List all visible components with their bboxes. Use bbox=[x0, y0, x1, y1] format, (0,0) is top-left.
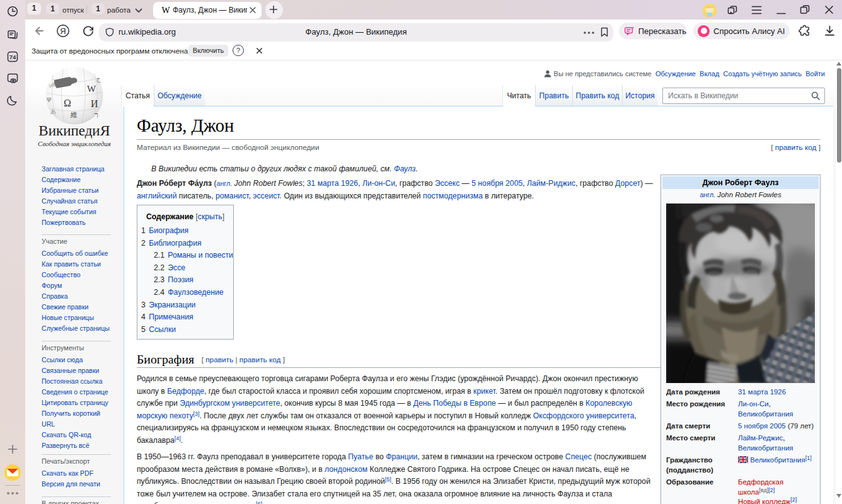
svg-text:W: W bbox=[87, 84, 96, 94]
svg-text:ج: ج bbox=[96, 75, 101, 83]
svg-text:Ω: Ω bbox=[64, 98, 71, 108]
svg-text:74: 74 bbox=[9, 54, 16, 60]
svg-text:Я: Я bbox=[60, 26, 66, 36]
svg-text:И: И bbox=[91, 98, 98, 109]
svg-text:Ψ: Ψ bbox=[47, 96, 52, 103]
svg-text:W: W bbox=[161, 6, 170, 15]
svg-text:ר: ר bbox=[95, 111, 98, 120]
svg-text:あ: あ bbox=[50, 108, 56, 115]
svg-text:維: 維 bbox=[70, 111, 78, 118]
